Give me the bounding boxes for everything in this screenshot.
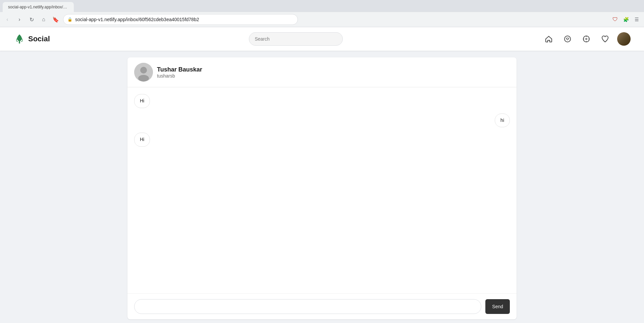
chat-header-info: Tushar Bauskar tusharsb <box>157 66 202 79</box>
home-button[interactable]: ⌂ <box>39 15 48 24</box>
heart-icon <box>601 35 609 43</box>
puzzle-icon[interactable]: 🧩 <box>621 15 631 24</box>
message-bubble: hi <box>495 113 510 128</box>
app-logo[interactable]: Social <box>13 33 50 45</box>
home-nav-button[interactable] <box>542 32 555 46</box>
tab-title: social-app-v1.netlify.app/inbox/60f562cd… <box>8 5 68 9</box>
compass-icon <box>582 35 590 43</box>
message-input[interactable] <box>134 299 481 314</box>
app-logo-text: Social <box>28 35 50 43</box>
user-avatar[interactable] <box>617 32 631 46</box>
chat-user-handle: tusharsb <box>157 73 202 79</box>
user-avatar-icon <box>134 63 153 82</box>
address-text: social-app-v1.netlify.app/inbox/60f562cd… <box>75 17 293 22</box>
heart-nav-button[interactable] <box>598 32 612 46</box>
browser-toolbar: ‹ › ↻ ⌂ 🔖 🔒 social-app-v1.netlify.app/in… <box>0 12 644 27</box>
back-button[interactable]: ‹ <box>3 15 12 24</box>
message-text: Hi <box>140 98 144 103</box>
main-content: Tushar Bauskar tusharsb Hi hi Hi Send <box>0 51 644 323</box>
shield-icon[interactable]: 🛡 <box>610 15 620 24</box>
chat-input-area: Send <box>127 293 517 319</box>
messages-area: Hi hi Hi <box>127 87 517 293</box>
message-text: hi <box>500 118 504 123</box>
nav-search <box>249 32 343 46</box>
message-bubble: Hi <box>134 133 150 147</box>
chat-container: Tushar Bauskar tusharsb Hi hi Hi Send <box>127 57 517 319</box>
chat-header: Tushar Bauskar tusharsb <box>127 57 517 87</box>
active-tab[interactable]: social-app-v1.netlify.app/inbox/60f562cd… <box>3 2 74 12</box>
browser-chrome: social-app-v1.netlify.app/inbox/60f562cd… <box>0 0 644 27</box>
browser-extensions: 🛡 🧩 ☰ <box>610 15 641 24</box>
app-navbar: Social <box>0 27 644 51</box>
svg-point-0 <box>565 36 571 42</box>
bookmark-button[interactable]: 🔖 <box>51 15 60 24</box>
browser-tabs: social-app-v1.netlify.app/inbox/60f562cd… <box>0 0 644 12</box>
svg-point-9 <box>138 75 149 82</box>
send-button[interactable]: Send <box>485 299 510 314</box>
nav-icons <box>542 32 631 46</box>
reload-button[interactable]: ↻ <box>27 15 36 24</box>
messages-icon <box>564 35 572 43</box>
message-bubble: Hi <box>134 94 150 108</box>
avatar-image <box>617 32 631 46</box>
chat-user-name: Tushar Bauskar <box>157 66 202 73</box>
messages-nav-button[interactable] <box>561 32 574 46</box>
home-icon <box>545 35 553 43</box>
address-bar[interactable]: 🔒 social-app-v1.netlify.app/inbox/60f562… <box>63 14 298 25</box>
svg-point-2 <box>586 38 587 40</box>
svg-point-8 <box>140 67 147 74</box>
app-logo-icon <box>13 33 25 45</box>
search-input[interactable] <box>249 32 343 46</box>
forward-button[interactable]: › <box>15 15 24 24</box>
compass-nav-button[interactable] <box>580 32 593 46</box>
message-text: Hi <box>140 137 144 142</box>
chat-user-avatar <box>134 63 153 82</box>
menu-icon[interactable]: ☰ <box>632 15 641 24</box>
lock-icon: 🔒 <box>67 17 72 22</box>
